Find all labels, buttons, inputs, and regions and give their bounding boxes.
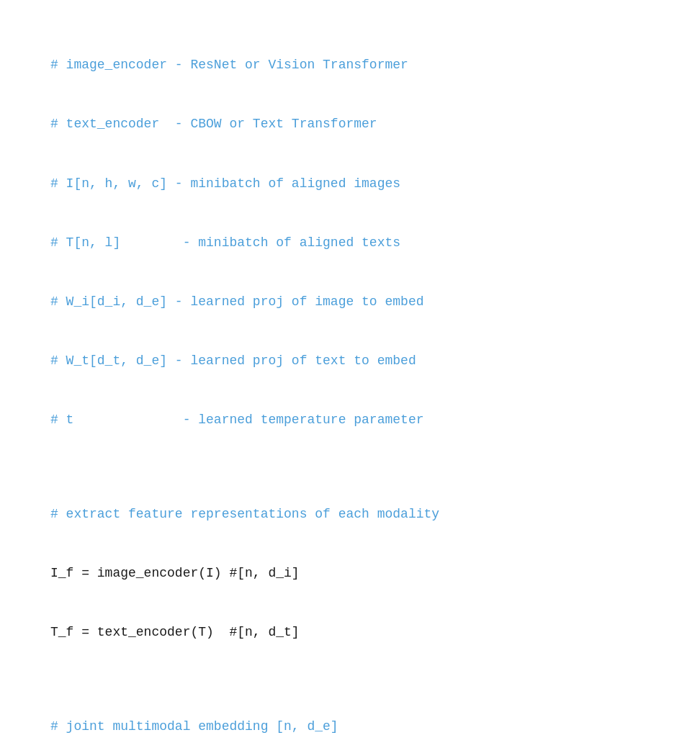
code-extract-1: I_f = image_encoder(I) #[n, d_i]: [50, 564, 650, 583]
comment-line-7: # t - learned temperature parameter: [50, 410, 650, 430]
comment-joint: # joint multimodal embedding [n, d_e]: [50, 717, 650, 736]
comment-line-2: # text_encoder - CBOW or Text Transforme…: [50, 114, 650, 134]
comment-line-4: # T[n, l] - minibatch of aligned texts: [50, 233, 650, 253]
comment-line-5: # W_i[d_i, d_e] - learned proj of image …: [50, 292, 650, 312]
code-extract-2: T_f = text_encoder(T) #[n, d_t]: [50, 623, 650, 642]
comment-line-6: # W_t[d_t, d_e] - learned proj of text t…: [50, 351, 650, 371]
comment-extract: # extract feature representations of eac…: [50, 505, 650, 524]
code-block: # image_encoder - ResNet or Vision Trans…: [29, 22, 671, 748]
comment-line-1: # image_encoder - ResNet or Vision Trans…: [50, 55, 650, 75]
comment-line-3: # I[n, h, w, c] - minibatch of aligned i…: [50, 174, 650, 194]
